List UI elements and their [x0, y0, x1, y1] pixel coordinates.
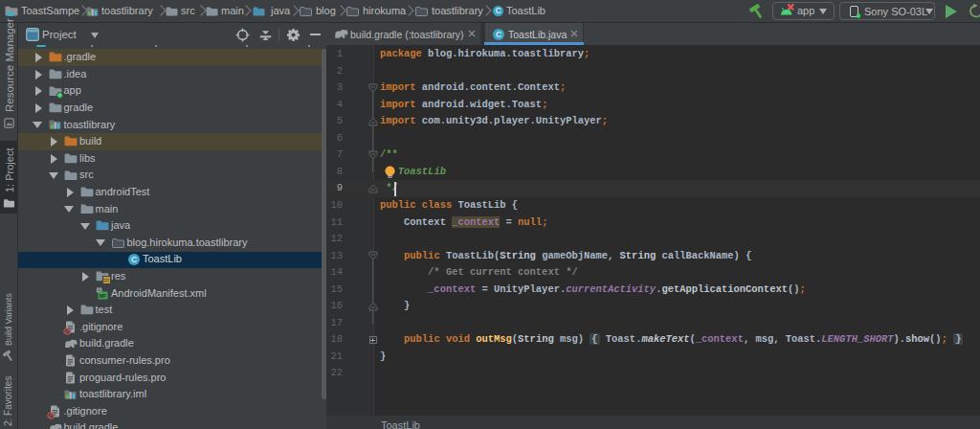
svg-text:MF: MF: [100, 293, 108, 299]
